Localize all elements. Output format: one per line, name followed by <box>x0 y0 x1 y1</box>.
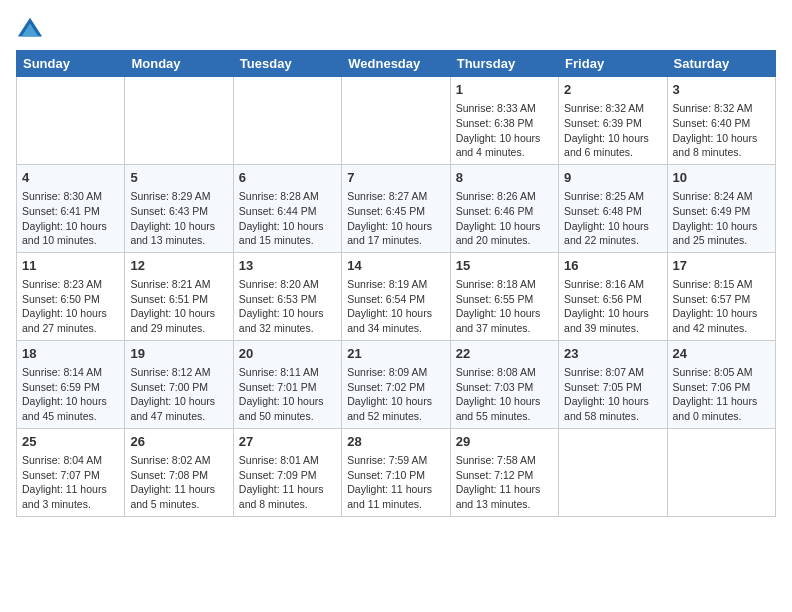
daylight-text: Daylight: 11 hours and 0 minutes. <box>673 395 758 422</box>
day-number: 13 <box>239 257 336 275</box>
daylight-text: Daylight: 10 hours and 20 minutes. <box>456 220 541 247</box>
day-number: 20 <box>239 345 336 363</box>
sunset-text: Sunset: 7:09 PM <box>239 469 317 481</box>
sunset-text: Sunset: 6:44 PM <box>239 205 317 217</box>
sunrise-text: Sunrise: 7:59 AM <box>347 454 427 466</box>
day-number: 11 <box>22 257 119 275</box>
day-number: 14 <box>347 257 444 275</box>
sunset-text: Sunset: 7:10 PM <box>347 469 425 481</box>
day-number: 25 <box>22 433 119 451</box>
sunrise-text: Sunrise: 8:05 AM <box>673 366 753 378</box>
daylight-text: Daylight: 10 hours and 37 minutes. <box>456 307 541 334</box>
calendar-cell: 6Sunrise: 8:28 AMSunset: 6:44 PMDaylight… <box>233 164 341 252</box>
day-number: 21 <box>347 345 444 363</box>
calendar-cell: 17Sunrise: 8:15 AMSunset: 6:57 PMDayligh… <box>667 252 775 340</box>
day-number: 6 <box>239 169 336 187</box>
calendar-cell: 28Sunrise: 7:59 AMSunset: 7:10 PMDayligh… <box>342 428 450 516</box>
calendar-cell <box>125 77 233 165</box>
sunrise-text: Sunrise: 8:11 AM <box>239 366 319 378</box>
day-number: 9 <box>564 169 661 187</box>
daylight-text: Daylight: 10 hours and 29 minutes. <box>130 307 215 334</box>
sunrise-text: Sunrise: 8:04 AM <box>22 454 102 466</box>
logo <box>16 16 48 44</box>
daylight-text: Daylight: 10 hours and 47 minutes. <box>130 395 215 422</box>
sunrise-text: Sunrise: 8:26 AM <box>456 190 536 202</box>
calendar-week-row: 18Sunrise: 8:14 AMSunset: 6:59 PMDayligh… <box>17 340 776 428</box>
calendar-cell: 1Sunrise: 8:33 AMSunset: 6:38 PMDaylight… <box>450 77 558 165</box>
daylight-text: Daylight: 11 hours and 13 minutes. <box>456 483 541 510</box>
sunset-text: Sunset: 6:45 PM <box>347 205 425 217</box>
calendar-cell: 26Sunrise: 8:02 AMSunset: 7:08 PMDayligh… <box>125 428 233 516</box>
sunset-text: Sunset: 7:06 PM <box>673 381 751 393</box>
sunrise-text: Sunrise: 8:01 AM <box>239 454 319 466</box>
calendar-cell: 8Sunrise: 8:26 AMSunset: 6:46 PMDaylight… <box>450 164 558 252</box>
day-number: 19 <box>130 345 227 363</box>
calendar-cell: 5Sunrise: 8:29 AMSunset: 6:43 PMDaylight… <box>125 164 233 252</box>
sunset-text: Sunset: 6:54 PM <box>347 293 425 305</box>
sunset-text: Sunset: 6:53 PM <box>239 293 317 305</box>
daylight-text: Daylight: 10 hours and 34 minutes. <box>347 307 432 334</box>
day-number: 5 <box>130 169 227 187</box>
calendar-cell: 21Sunrise: 8:09 AMSunset: 7:02 PMDayligh… <box>342 340 450 428</box>
sunset-text: Sunset: 6:38 PM <box>456 117 534 129</box>
sunrise-text: Sunrise: 8:24 AM <box>673 190 753 202</box>
sunrise-text: Sunrise: 8:09 AM <box>347 366 427 378</box>
calendar-cell: 3Sunrise: 8:32 AMSunset: 6:40 PMDaylight… <box>667 77 775 165</box>
day-number: 1 <box>456 81 553 99</box>
calendar-cell: 22Sunrise: 8:08 AMSunset: 7:03 PMDayligh… <box>450 340 558 428</box>
day-number: 7 <box>347 169 444 187</box>
sunrise-text: Sunrise: 8:23 AM <box>22 278 102 290</box>
sunset-text: Sunset: 6:39 PM <box>564 117 642 129</box>
page-container: SundayMondayTuesdayWednesdayThursdayFrid… <box>16 16 776 517</box>
calendar-week-row: 25Sunrise: 8:04 AMSunset: 7:07 PMDayligh… <box>17 428 776 516</box>
sunset-text: Sunset: 7:07 PM <box>22 469 100 481</box>
day-number: 12 <box>130 257 227 275</box>
weekday-header-saturday: Saturday <box>667 51 775 77</box>
sunset-text: Sunset: 7:12 PM <box>456 469 534 481</box>
calendar-cell: 25Sunrise: 8:04 AMSunset: 7:07 PMDayligh… <box>17 428 125 516</box>
day-number: 27 <box>239 433 336 451</box>
calendar-table: SundayMondayTuesdayWednesdayThursdayFrid… <box>16 50 776 517</box>
day-number: 15 <box>456 257 553 275</box>
weekday-header-monday: Monday <box>125 51 233 77</box>
day-number: 22 <box>456 345 553 363</box>
daylight-text: Daylight: 10 hours and 4 minutes. <box>456 132 541 159</box>
calendar-cell <box>17 77 125 165</box>
sunrise-text: Sunrise: 8:28 AM <box>239 190 319 202</box>
sunrise-text: Sunrise: 8:25 AM <box>564 190 644 202</box>
weekday-header-tuesday: Tuesday <box>233 51 341 77</box>
daylight-text: Daylight: 11 hours and 11 minutes. <box>347 483 432 510</box>
calendar-cell: 14Sunrise: 8:19 AMSunset: 6:54 PMDayligh… <box>342 252 450 340</box>
calendar-cell <box>559 428 667 516</box>
day-number: 29 <box>456 433 553 451</box>
daylight-text: Daylight: 10 hours and 42 minutes. <box>673 307 758 334</box>
day-number: 3 <box>673 81 770 99</box>
calendar-week-row: 1Sunrise: 8:33 AMSunset: 6:38 PMDaylight… <box>17 77 776 165</box>
daylight-text: Daylight: 10 hours and 32 minutes. <box>239 307 324 334</box>
day-number: 17 <box>673 257 770 275</box>
sunset-text: Sunset: 6:49 PM <box>673 205 751 217</box>
weekday-header-friday: Friday <box>559 51 667 77</box>
sunrise-text: Sunrise: 8:18 AM <box>456 278 536 290</box>
sunset-text: Sunset: 6:56 PM <box>564 293 642 305</box>
daylight-text: Daylight: 11 hours and 3 minutes. <box>22 483 107 510</box>
calendar-cell <box>667 428 775 516</box>
calendar-cell <box>342 77 450 165</box>
daylight-text: Daylight: 10 hours and 45 minutes. <box>22 395 107 422</box>
day-number: 18 <box>22 345 119 363</box>
day-number: 2 <box>564 81 661 99</box>
sunset-text: Sunset: 6:41 PM <box>22 205 100 217</box>
sunrise-text: Sunrise: 8:20 AM <box>239 278 319 290</box>
daylight-text: Daylight: 10 hours and 10 minutes. <box>22 220 107 247</box>
sunset-text: Sunset: 6:46 PM <box>456 205 534 217</box>
sunset-text: Sunset: 7:01 PM <box>239 381 317 393</box>
sunrise-text: Sunrise: 8:16 AM <box>564 278 644 290</box>
daylight-text: Daylight: 10 hours and 50 minutes. <box>239 395 324 422</box>
day-number: 4 <box>22 169 119 187</box>
calendar-week-row: 4Sunrise: 8:30 AMSunset: 6:41 PMDaylight… <box>17 164 776 252</box>
daylight-text: Daylight: 10 hours and 6 minutes. <box>564 132 649 159</box>
calendar-cell <box>233 77 341 165</box>
calendar-week-row: 11Sunrise: 8:23 AMSunset: 6:50 PMDayligh… <box>17 252 776 340</box>
daylight-text: Daylight: 10 hours and 22 minutes. <box>564 220 649 247</box>
daylight-text: Daylight: 11 hours and 5 minutes. <box>130 483 215 510</box>
